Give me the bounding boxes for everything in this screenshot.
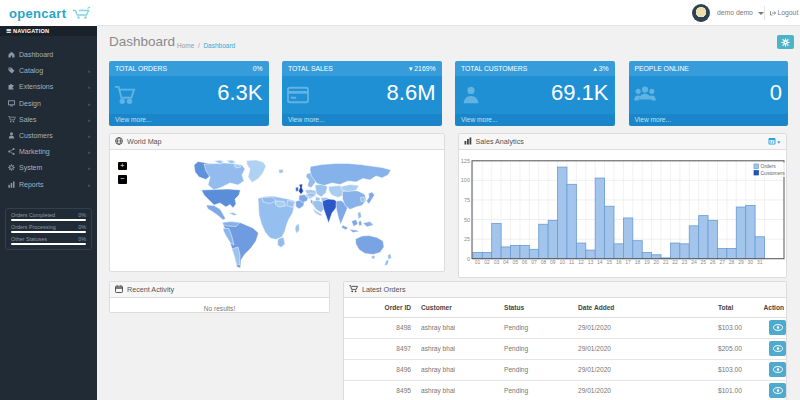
svg-text:16: 16	[615, 258, 621, 264]
svg-text:07: 07	[531, 258, 537, 264]
svg-text:05: 05	[512, 258, 518, 264]
svg-text:25: 25	[463, 236, 469, 242]
svg-text:30: 30	[747, 258, 753, 264]
svg-text:50: 50	[463, 216, 469, 222]
svg-text:27: 27	[719, 258, 725, 264]
svg-text:24: 24	[691, 258, 697, 264]
svg-text:18: 18	[634, 258, 640, 264]
svg-text:08: 08	[540, 258, 546, 264]
svg-text:100: 100	[460, 177, 469, 183]
svg-text:25: 25	[700, 258, 706, 264]
svg-text:04: 04	[503, 258, 509, 264]
svg-text:28: 28	[728, 258, 734, 264]
svg-text:17: 17	[625, 258, 631, 264]
svg-text:06: 06	[521, 258, 527, 264]
svg-text:125: 125	[460, 157, 469, 163]
svg-text:opencart: opencart	[9, 6, 67, 21]
svg-text:01: 01	[474, 258, 480, 264]
svg-text:09: 09	[550, 258, 556, 264]
svg-text:20: 20	[653, 258, 659, 264]
svg-text:14: 14	[597, 258, 603, 264]
svg-text:19: 19	[644, 258, 650, 264]
svg-text:15: 15	[606, 258, 612, 264]
svg-text:75: 75	[463, 196, 469, 202]
svg-text:12: 12	[578, 258, 584, 264]
svg-text:Orders: Orders	[760, 163, 776, 169]
svg-text:02: 02	[484, 258, 490, 264]
svg-text:22: 22	[672, 258, 678, 264]
svg-text:29: 29	[738, 258, 744, 264]
svg-text:13: 13	[587, 258, 593, 264]
svg-text:10: 10	[559, 258, 565, 264]
svg-text:Customers: Customers	[760, 169, 785, 175]
svg-text:21: 21	[662, 258, 668, 264]
svg-text:31: 31	[757, 258, 763, 264]
svg-text:11: 11	[569, 258, 574, 264]
svg-text:0: 0	[466, 255, 469, 261]
svg-text:23: 23	[681, 258, 687, 264]
svg-text:03: 03	[493, 258, 499, 264]
svg-text:26: 26	[709, 258, 715, 264]
